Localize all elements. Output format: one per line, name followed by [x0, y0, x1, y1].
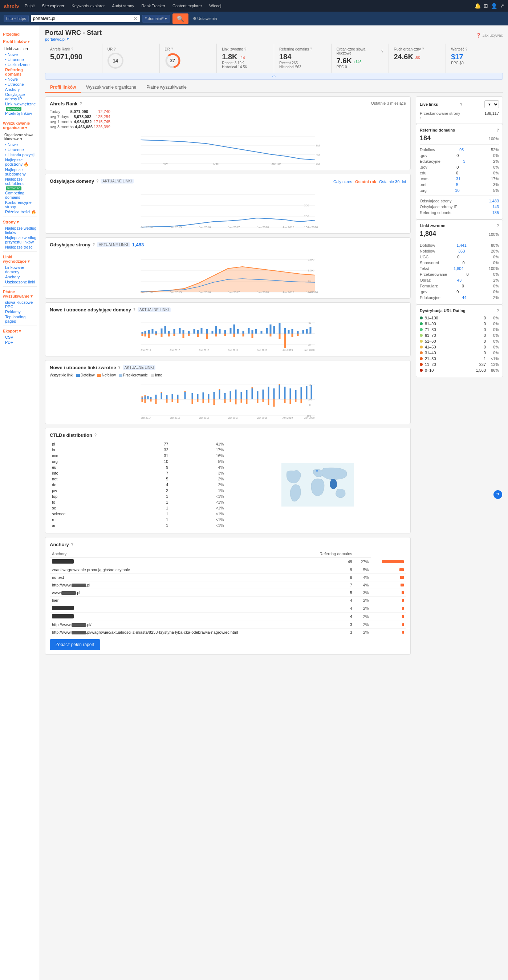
url-rating-row: 31–4000%	[420, 350, 499, 356]
svg-rect-124	[148, 396, 149, 399]
anchor-bar-cell	[371, 558, 406, 566]
svg-rect-130	[177, 395, 179, 399]
sidebar-lost-backlinks[interactable]: • Utracone	[3, 57, 37, 62]
svg-rect-183	[284, 399, 286, 403]
period-30days[interactable]: Ostatnie 30 dni	[379, 180, 406, 184]
sidebar-csv[interactable]: CSV	[3, 335, 37, 339]
user-icon[interactable]: 👤	[491, 3, 497, 9]
sidebar-export[interactable]: Eksport ▾	[3, 329, 37, 334]
tab-backlink-profile[interactable]: Profil linków	[45, 83, 81, 93]
expand-icon[interactable]: ⤢	[500, 3, 504, 9]
full-report-button[interactable]: Zobacz pełen raport	[50, 639, 100, 650]
sidebar: Przegląd Profil linków ▾ Linki zwrotne ▾…	[0, 25, 40, 980]
search-input[interactable]	[33, 16, 133, 21]
sidebar-competing-domains[interactable]: Competing domains	[3, 191, 37, 199]
svg-rect-61	[197, 330, 199, 334]
ctld-row: net52%	[51, 476, 225, 482]
sidebar-out-anchors[interactable]: Anchory	[3, 275, 37, 279]
sidebar-linked-domains[interactable]: Linkowane domeny	[3, 265, 37, 274]
scroll-hint[interactable]: ‹ ›	[45, 73, 503, 80]
nav-content-explorer[interactable]: Content explorer	[171, 3, 203, 9]
nav-audit[interactable]: Audyt strony	[110, 3, 135, 9]
metric-organic-traffic: Ruch organiczny ? 24.6K -8K	[389, 44, 446, 73]
sidebar-top-pages[interactable]: Najlepsze podstrony 🔥	[3, 158, 37, 167]
svg-text:Jan 2014: Jan 2014	[141, 417, 151, 419]
sidebar-top-content[interactable]: Najlepsze treści	[3, 245, 37, 249]
sidebar-new-backlinks[interactable]: • Nowe	[3, 52, 37, 57]
url-rating-panel: Dystrybucja URL Rating ? 91–10000%81–900…	[416, 304, 503, 377]
ctld-row: in3217%	[51, 447, 225, 452]
nav-pulpit[interactable]: Pulpit	[23, 3, 36, 9]
sidebar-history[interactable]: • Historia pozycji	[3, 153, 37, 157]
backlink-type-pct: 20%	[488, 249, 499, 253]
sidebar-new-referring[interactable]: • Nowe	[3, 77, 37, 81]
domain-type-label: .gov	[420, 153, 427, 158]
sidebar-backlink-profile[interactable]: Profil linków ▾	[3, 39, 37, 44]
grid-icon[interactable]: ⊞	[484, 3, 488, 9]
nav-keywords-explorer[interactable]: Keywords explorer	[70, 3, 106, 9]
svg-rect-79	[279, 323, 281, 334]
page-subtitle[interactable]: portalwrc.pl ▾	[45, 37, 102, 41]
url-rating-value: 0	[471, 321, 486, 326]
sidebar-pages-by-growth[interactable]: Najlepsze według przyrostu linków	[3, 235, 37, 244]
svg-text:Jan 2017: Jan 2017	[228, 417, 238, 419]
url-rating-pct: 0%	[488, 333, 499, 337]
sidebar-ads[interactable]: Reklamy	[3, 310, 37, 314]
sidebar-paid-search[interactable]: Płatne wyszukiwanie ▾	[3, 290, 37, 299]
bell-icon[interactable]: 🔔	[475, 3, 481, 9]
clear-icon[interactable]: ✕	[133, 16, 138, 21]
sidebar-organic-search[interactable]: Wyszukiwanie organiczne ▾	[3, 121, 37, 130]
sidebar-pages-by-links[interactable]: Najlepsze według linków	[3, 226, 37, 235]
sidebar-link-intersect[interactable]: Przekrój linków	[3, 111, 37, 116]
sidebar-pages-section[interactable]: Strony ▾	[3, 220, 37, 224]
search-mode-selector[interactable]: *.domain/* ▾	[142, 15, 170, 22]
nav-rank-tracker[interactable]: Rank Tracker	[140, 3, 167, 9]
nav-more[interactable]: Więcej	[208, 3, 222, 9]
sidebar-overview[interactable]: Przegląd	[3, 32, 37, 37]
sidebar-landing-pages[interactable]: Top landing pages	[3, 315, 37, 323]
backlink-type-pct: 0%	[488, 272, 499, 277]
crawled-footnote: ↑	[420, 116, 499, 120]
ctld-pct: <1%	[170, 511, 225, 516]
backlink-type-row: Edukacyjne442%	[420, 295, 499, 301]
sidebar-ppc-keywords[interactable]: słowa kluczowe PPC	[3, 300, 37, 309]
sidebar-internal-links[interactable]: Linki wewnętrzne NOWOŚĆ	[3, 102, 37, 110]
nav-site-explorer[interactable]: Site explorer	[41, 3, 66, 9]
search-button[interactable]: 🔍	[173, 13, 189, 24]
sidebar-lost-keywords[interactable]: • Utracone	[3, 148, 37, 152]
sidebar-anchors[interactable]: Anchory	[3, 87, 37, 92]
svg-rect-64	[212, 331, 214, 334]
help-link[interactable]: ❓ Jak używać	[476, 33, 503, 38]
sidebar-referring-domains[interactable]: Referring domains	[3, 68, 37, 76]
svg-rect-48	[141, 332, 143, 334]
sidebar-pdf[interactable]: PDF	[3, 340, 37, 344]
help-button[interactable]: ?	[494, 490, 502, 499]
ctld-tld: to	[51, 500, 133, 505]
svg-point-195	[316, 470, 318, 472]
domain-type-label: Dofollow	[420, 148, 435, 152]
tab-paid-search[interactable]: Płatne wyszukiwanie	[141, 83, 192, 93]
svg-rect-96	[197, 334, 199, 337]
rank-chart-title: Ahrefs Rank ?	[50, 101, 110, 107]
svg-rect-125	[150, 397, 152, 399]
settings-link[interactable]: Ustawienia	[193, 16, 217, 21]
sidebar-broken-links[interactable]: Uszkodzone linki	[3, 280, 37, 284]
sidebar-content-gap[interactable]: Różnica treści 🔥	[3, 210, 37, 215]
sidebar-lost-referring[interactable]: • Utracone	[3, 82, 37, 86]
new-lost-domains-title: Nowe i utracone odsyłające domeny ? AKTU…	[50, 307, 406, 312]
sidebar-outgoing-ips[interactable]: Odsyłające adresy IP	[3, 92, 37, 101]
sidebar-top-subdomains[interactable]: Najlepsze subdomeny	[3, 167, 37, 176]
sidebar-new-keywords[interactable]: • Nowe	[3, 142, 37, 147]
sidebar-top-subfolders[interactable]: Najlepsze subfolders NOWOŚĆ	[3, 177, 37, 190]
sidebar-outgoing-links[interactable]: Linki wychodzące ▾	[3, 255, 37, 264]
sidebar-competitive-pages[interactable]: Konkurencyjne strony	[3, 200, 37, 209]
sidebar-broken-backlinks[interactable]: • Uszkodzone	[3, 62, 37, 67]
live-links-dropdown[interactable]: ▾	[484, 100, 499, 108]
protocol-selector[interactable]: http + https	[4, 15, 29, 22]
ctld-row: eu94%	[51, 465, 225, 470]
period-all[interactable]: Cały okres	[333, 180, 352, 184]
svg-rect-132	[192, 393, 193, 399]
tab-organic-search[interactable]: Wyszukiwanie organiczne	[81, 83, 141, 93]
period-year[interactable]: Ostatni rok	[355, 180, 376, 184]
ctld-pct: <1%	[170, 523, 225, 528]
